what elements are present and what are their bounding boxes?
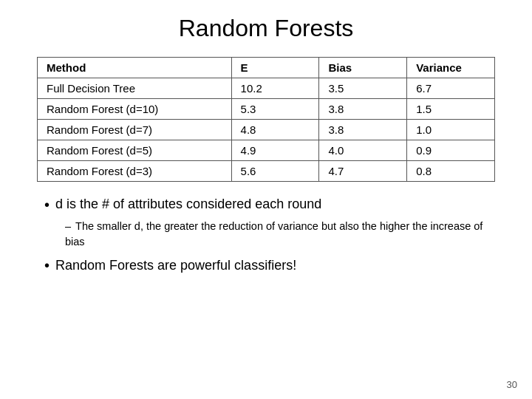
bullet-dot-2: • [44,257,50,274]
table-cell-r2-c1: 4.8 [231,120,319,140]
col-header-method: Method [38,58,232,78]
table-body: Full Decision Tree10.23.56.7Random Fores… [38,78,495,182]
table-cell-r0-c1: 10.2 [231,78,319,99]
col-header-variance: Variance [407,58,495,78]
table-cell-r3-c1: 4.9 [231,140,319,161]
page-title: Random Forests [37,15,495,42]
table-cell-r4-c2: 4.7 [319,161,407,182]
bullet-text-1: d is the # of attributes considered each… [55,195,321,214]
table-cell-r2-c2: 3.8 [319,120,407,140]
table-cell-r3-c2: 4.0 [319,140,407,161]
bullet-text-2: Random Forests are powerful classifiers! [55,258,296,273]
table-cell-r0-c3: 6.7 [407,78,495,99]
bullet-sub-1: –The smaller d, the greater the reductio… [65,219,495,250]
table-cell-r4-c0: Random Forest (d=3) [38,161,232,182]
table-cell-r2-c3: 1.0 [407,120,495,140]
comparison-table: Method E Bias Variance Full Decision Tre… [37,57,495,182]
page-number: 30 [507,379,517,390]
table-row: Random Forest (d=7)4.83.81.0 [38,120,495,140]
page-container: Random Forests Method E Bias Variance Fu… [0,0,532,399]
table-cell-r1-c1: 5.3 [231,99,319,120]
bullet-dot-1: • [44,195,50,214]
table-header-row: Method E Bias Variance [38,58,495,78]
table-row: Random Forest (d=10)5.33.81.5 [38,99,495,120]
table-cell-r3-c3: 0.9 [407,140,495,161]
table-cell-r4-c1: 5.6 [231,161,319,182]
table-cell-r0-c0: Full Decision Tree [38,78,232,99]
table-row: Full Decision Tree10.23.56.7 [38,78,495,99]
dash-icon: – [65,220,71,232]
table-cell-r3-c0: Random Forest (d=5) [38,140,232,161]
table-cell-r1-c2: 3.8 [319,99,407,120]
table-cell-r4-c3: 0.8 [407,161,495,182]
table-cell-r2-c0: Random Forest (d=7) [38,120,232,140]
table-cell-r1-c3: 1.5 [407,99,495,120]
table-cell-r1-c0: Random Forest (d=10) [38,99,232,120]
table-row: Random Forest (d=5)4.94.00.9 [38,140,495,161]
bullet-main-2: • Random Forests are powerful classifier… [44,257,495,274]
col-header-bias: Bias [319,58,407,78]
bullets-section: • d is the # of attributes considered ea… [37,195,495,274]
table-row: Random Forest (d=3)5.64.70.8 [38,161,495,182]
bullet-main-1: • d is the # of attributes considered ea… [44,195,495,214]
table-cell-r0-c2: 3.5 [319,78,407,99]
bullet-sub-text-1: The smaller d, the greater the reduction… [65,220,482,248]
data-table-container: Method E Bias Variance Full Decision Tre… [37,57,495,182]
col-header-e: E [231,58,319,78]
